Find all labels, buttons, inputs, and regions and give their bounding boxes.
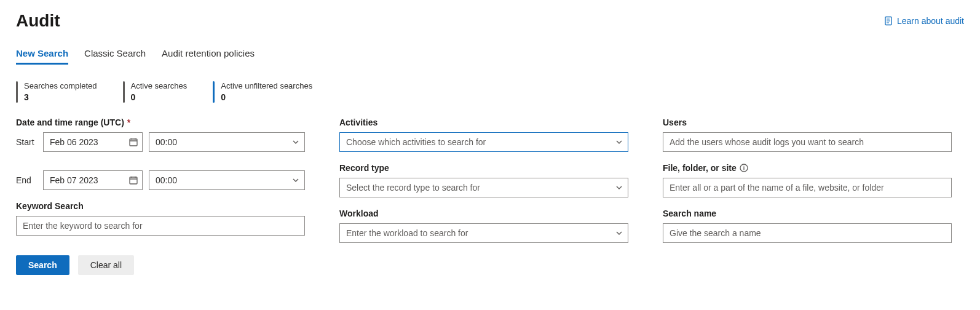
users-placeholder: Add the users whose audit logs you want … bbox=[670, 137, 864, 147]
datetime-range-label-text: Date and time range (UTC) bbox=[16, 117, 124, 127]
stat-bar bbox=[123, 81, 125, 103]
datetime-range-label: Date and time range (UTC) * bbox=[16, 117, 305, 127]
users-input[interactable]: Add the users whose audit logs you want … bbox=[663, 132, 952, 152]
file-label-text: File, folder, or site bbox=[663, 163, 737, 173]
record-type-placeholder: Select the record type to search for bbox=[346, 183, 480, 193]
chevron-down-icon bbox=[615, 184, 623, 191]
end-date-input[interactable]: Feb 07 2023 bbox=[43, 170, 143, 190]
calendar-icon bbox=[128, 175, 138, 185]
chevron-down-icon bbox=[615, 138, 623, 146]
stat-label: Active unfiltered searches bbox=[221, 81, 312, 92]
page-title: Audit bbox=[16, 11, 60, 31]
start-label: Start bbox=[16, 137, 37, 147]
stats-row: Searches completed 3 Active searches 0 A… bbox=[16, 81, 964, 103]
record-type-select[interactable]: Select the record type to search for bbox=[339, 178, 628, 197]
file-placeholder: Enter all or a part of the name of a fil… bbox=[670, 183, 884, 193]
clear-all-button[interactable]: Clear all bbox=[78, 255, 134, 275]
search-name-input[interactable]: Give the search a name bbox=[663, 223, 952, 243]
workload-select[interactable]: Enter the workload to search for bbox=[339, 223, 628, 243]
stat-value: 0 bbox=[131, 92, 188, 103]
stat-label: Active searches bbox=[131, 81, 188, 92]
tab-classic-search[interactable]: Classic Search bbox=[84, 44, 146, 65]
stat-searches-completed: Searches completed 3 bbox=[16, 81, 97, 103]
stat-active-searches: Active searches 0 bbox=[123, 81, 188, 103]
search-button[interactable]: Search bbox=[16, 255, 69, 275]
chevron-down-icon bbox=[292, 138, 299, 146]
keyword-search-input[interactable]: Enter the keyword to search for bbox=[16, 216, 305, 236]
end-time-value: 00:00 bbox=[156, 175, 177, 185]
search-name-placeholder: Give the search a name bbox=[670, 228, 761, 238]
users-label: Users bbox=[663, 117, 952, 127]
document-icon bbox=[883, 16, 893, 26]
start-date-input[interactable]: Feb 06 2023 bbox=[43, 132, 143, 152]
info-icon[interactable] bbox=[740, 164, 748, 172]
stat-active-unfiltered-searches: Active unfiltered searches 0 bbox=[213, 81, 312, 103]
chevron-down-icon bbox=[615, 229, 623, 237]
keyword-placeholder: Enter the keyword to search for bbox=[23, 221, 143, 231]
activities-select[interactable]: Choose which activities to search for bbox=[339, 132, 628, 152]
svg-rect-2 bbox=[130, 177, 137, 184]
start-time-select[interactable]: 00:00 bbox=[149, 132, 305, 152]
search-name-label: Search name bbox=[663, 209, 952, 218]
stat-label: Searches completed bbox=[24, 81, 97, 92]
record-type-label: Record type bbox=[339, 163, 628, 173]
file-folder-site-label: File, folder, or site bbox=[663, 163, 952, 173]
start-date-value: Feb 06 2023 bbox=[50, 137, 98, 147]
chevron-down-icon bbox=[292, 177, 299, 184]
calendar-icon bbox=[128, 137, 138, 147]
activities-label: Activities bbox=[339, 117, 628, 127]
file-folder-site-input[interactable]: Enter all or a part of the name of a fil… bbox=[663, 178, 952, 197]
end-time-select[interactable]: 00:00 bbox=[149, 170, 305, 190]
workload-placeholder: Enter the workload to search for bbox=[346, 228, 468, 238]
required-indicator: * bbox=[127, 117, 130, 127]
svg-rect-1 bbox=[130, 139, 137, 146]
start-time-value: 00:00 bbox=[156, 137, 177, 147]
stat-bar bbox=[16, 81, 18, 103]
workload-label: Workload bbox=[339, 209, 628, 218]
tab-new-search[interactable]: New Search bbox=[16, 44, 68, 65]
keyword-search-label: Keyword Search bbox=[16, 201, 305, 211]
end-label: End bbox=[16, 175, 37, 185]
learn-about-audit-link[interactable]: Learn about audit bbox=[883, 16, 964, 26]
learn-link-label: Learn about audit bbox=[897, 16, 964, 26]
activities-placeholder: Choose which activities to search for bbox=[346, 137, 486, 147]
end-date-value: Feb 07 2023 bbox=[50, 175, 98, 185]
stat-value: 0 bbox=[221, 92, 312, 103]
tabs: New Search Classic Search Audit retentio… bbox=[16, 44, 964, 65]
stat-bar bbox=[213, 81, 215, 103]
stat-value: 3 bbox=[24, 92, 97, 103]
tab-audit-retention-policies[interactable]: Audit retention policies bbox=[162, 44, 255, 65]
